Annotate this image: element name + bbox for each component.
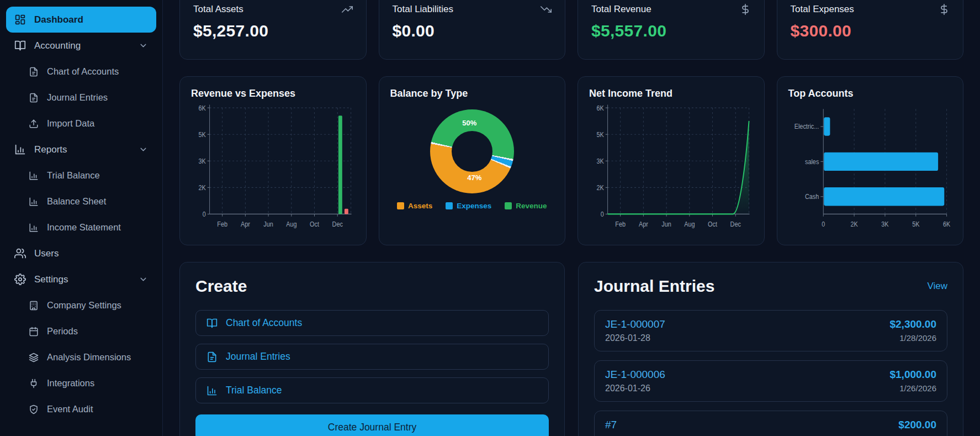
- entry-date: 2026-01-26: [605, 384, 889, 393]
- sidebar-item-label: Settings: [34, 274, 68, 285]
- book-open-icon: [206, 318, 218, 329]
- create-panel-title: Create: [195, 277, 549, 296]
- chart-card-top-accounts: Top Accounts 02K3K5K6KElectric...salesCa…: [777, 76, 964, 245]
- svg-text:6K: 6K: [198, 104, 206, 112]
- svg-text:Oct: Oct: [708, 220, 718, 228]
- sidebar-item-trial-balance[interactable]: Trial Balance: [6, 162, 156, 188]
- entry-id: JE-1-000007: [605, 318, 889, 330]
- stat-card-total-revenue: Total Revenue $5,557.00: [578, 0, 765, 60]
- gear-icon: [14, 274, 26, 285]
- create-chart-of-accounts-button[interactable]: Chart of Accounts: [195, 310, 549, 336]
- journal-entry-row[interactable]: JE-1-000007 $2,300.00 2026-01-28 1/28/20…: [594, 310, 947, 351]
- svg-text:2K: 2K: [198, 184, 206, 191]
- svg-text:Dec: Dec: [730, 220, 741, 228]
- sidebar-item-chart-of-accounts[interactable]: Chart of Accounts: [6, 59, 156, 85]
- svg-text:Feb: Feb: [615, 220, 626, 228]
- svg-text:5K: 5K: [596, 131, 604, 138]
- layers-icon: [29, 353, 39, 363]
- sidebar-item-event-audit[interactable]: Event Audit: [6, 396, 156, 422]
- sidebar-item-label: Chart of Accounts: [47, 66, 119, 77]
- bar-chart-icon: [29, 171, 39, 181]
- sidebar-item-label: Balance Sheet: [47, 196, 106, 207]
- sidebar-item-reports[interactable]: Reports: [6, 136, 156, 162]
- legend-label: Revenue: [516, 202, 547, 210]
- svg-text:3K: 3K: [596, 157, 604, 165]
- sidebar-item-journal-entries[interactable]: Journal Entries: [6, 85, 156, 111]
- svg-text:sales: sales: [805, 158, 819, 165]
- svg-text:0: 0: [203, 211, 206, 218]
- sidebar-item-integrations[interactable]: Integrations: [6, 370, 156, 396]
- stat-value: $5,557.00: [591, 22, 751, 40]
- legend-label: Expenses: [457, 202, 491, 210]
- chevron-down-icon: [139, 145, 148, 154]
- svg-text:2K: 2K: [596, 184, 604, 191]
- legend-swatch: [397, 202, 404, 209]
- top-accounts-chart: 02K3K5K6KElectric...salesCash: [788, 102, 952, 239]
- sidebar-item-label: Event Audit: [47, 404, 93, 414]
- sidebar-item-label: Accounting: [34, 40, 81, 51]
- create-trial-balance-button[interactable]: Trial Balance: [195, 377, 549, 403]
- entry-date-short: 1/26/2026: [889, 384, 936, 393]
- create-journal-entry-button[interactable]: Create Journal Entry: [195, 414, 549, 436]
- donut-label-revenue-pct: 50%: [462, 119, 476, 127]
- entry-amount: $2,300.00: [889, 318, 936, 330]
- svg-text:Cash: Cash: [805, 193, 819, 201]
- dollar-icon: [740, 4, 751, 15]
- building-icon: [29, 301, 39, 311]
- sidebar-item-balance-sheet[interactable]: Balance Sheet: [6, 188, 156, 214]
- journal-entry-row[interactable]: JE-1-000006 $1,000.00 2026-01-26 1/26/20…: [594, 360, 947, 402]
- chart-title: Balance by Type: [390, 88, 554, 99]
- sidebar-item-settings[interactable]: Settings: [6, 266, 156, 292]
- legend-item-expenses[interactable]: Expenses: [446, 202, 491, 210]
- chart-title: Revenue vs Expenses: [191, 88, 355, 99]
- entry-id: #7: [605, 419, 898, 431]
- legend-label: Assets: [408, 202, 432, 210]
- chevron-down-icon: [139, 275, 148, 284]
- sidebar-item-accounting[interactable]: Accounting: [6, 33, 156, 59]
- sidebar-item-label: Dashboard: [34, 14, 83, 25]
- chevron-down-icon: [139, 41, 148, 50]
- svg-text:6K: 6K: [596, 104, 604, 112]
- legend-item-assets[interactable]: Assets: [397, 202, 432, 210]
- trending-down-icon: [541, 4, 552, 15]
- svg-text:5K: 5K: [198, 131, 206, 138]
- journal-panel-title: Journal Entries: [594, 277, 714, 296]
- journal-entry-row[interactable]: #7 $200.00: [594, 411, 947, 436]
- donut-label-assets-pct: 47%: [467, 174, 481, 182]
- entry-date-short: 1/28/2026: [889, 333, 936, 343]
- svg-text:5K: 5K: [912, 220, 920, 228]
- stat-label: Total Assets: [193, 4, 243, 15]
- action-label: Trial Balance: [226, 385, 282, 396]
- sidebar-item-income-statement[interactable]: Income Statement: [6, 214, 156, 240]
- stat-value: $300.00: [791, 22, 950, 40]
- action-label: Chart of Accounts: [226, 317, 302, 329]
- shield-check-icon: [29, 405, 39, 414]
- sidebar-item-dashboard[interactable]: Dashboard: [6, 7, 156, 33]
- stat-label: Total Expenses: [791, 4, 854, 15]
- create-panel: Create Chart of Accounts Journal Entries…: [179, 262, 565, 436]
- legend-item-revenue[interactable]: Revenue: [505, 202, 547, 210]
- sidebar-item-label: Journal Entries: [47, 92, 108, 103]
- balance-by-type-chart: 50% 47% Assets Expenses: [390, 99, 554, 239]
- chart-title: Top Accounts: [788, 88, 952, 99]
- sidebar-item-import-data[interactable]: Import Data: [6, 111, 156, 136]
- app-root: Dashboard Accounting Chart of Accounts J…: [0, 0, 980, 436]
- chart-title: Net Income Trend: [589, 88, 753, 99]
- view-link[interactable]: View: [927, 281, 947, 292]
- sidebar-item-label: Company Settings: [47, 300, 121, 311]
- stat-value: $0.00: [393, 22, 552, 40]
- sidebar-item-company-settings[interactable]: Company Settings: [6, 292, 156, 318]
- sidebar-item-users[interactable]: Users: [6, 240, 156, 266]
- donut-hole: [452, 131, 492, 172]
- svg-text:2K: 2K: [850, 220, 858, 228]
- stat-card-total-liabilities: Total Liabilities $0.00: [379, 0, 566, 60]
- sidebar-item-periods[interactable]: Periods: [6, 318, 156, 344]
- chart-cards-row: Revenue vs Expenses 6K5K3K2K0FebAprJunAu…: [179, 76, 963, 245]
- sidebar-item-analysis-dimensions[interactable]: Analysis Dimensions: [6, 344, 156, 370]
- upload-icon: [29, 119, 39, 129]
- create-journal-entries-button[interactable]: Journal Entries: [195, 344, 549, 370]
- svg-text:Dec: Dec: [332, 220, 343, 228]
- stat-label: Total Liabilities: [393, 4, 454, 15]
- svg-text:Oct: Oct: [310, 220, 320, 228]
- sidebar-item-label: Trial Balance: [47, 170, 100, 181]
